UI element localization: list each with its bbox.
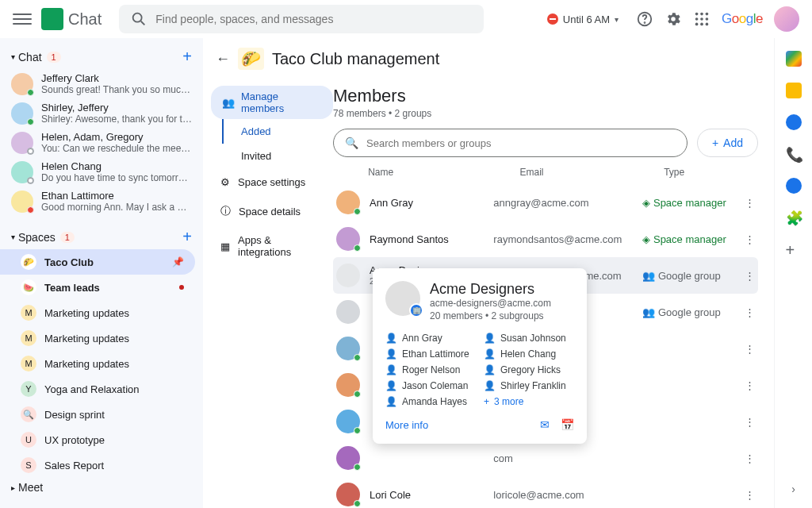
dm-item[interactable]: Ethan LattimoreGood morning Ann. May I a…: [0, 187, 203, 216]
spaces-section-header[interactable]: ▾ Spaces 1 +: [0, 225, 203, 249]
space-details-link[interactable]: ⓘSpace details: [211, 196, 333, 226]
member-avatar: [336, 446, 360, 470]
row-menu-icon[interactable]: ⋮: [745, 306, 755, 318]
spaces-section-label: Spaces: [18, 231, 56, 244]
space-icon: M: [21, 305, 36, 321]
space-item[interactable]: U UX prototype: [0, 427, 195, 452]
chevron-down-icon: ▾: [11, 52, 15, 61]
settings-icon[interactable]: [665, 10, 682, 28]
space-item[interactable]: 🍉 Team leads: [0, 275, 195, 300]
grid-icon: ▦: [220, 241, 230, 252]
space-item[interactable]: 🔍 Design sprint: [0, 402, 195, 427]
presence-indicator: [354, 208, 361, 215]
manage-members-tab[interactable]: 👥 Manage members: [211, 86, 333, 119]
presence-indicator: [27, 89, 34, 96]
member-avatar: [336, 410, 360, 433]
member-row[interactable]: Ann Gray anngray@acme.com ◈ Space manage…: [333, 184, 758, 221]
row-menu-icon[interactable]: ⋮: [745, 416, 755, 428]
chevron-down-icon: ▾: [615, 15, 619, 24]
space-name: UX prototype: [44, 434, 105, 446]
member-row[interactable]: com ⋮: [333, 440, 758, 476]
presence-indicator: [354, 391, 361, 398]
collapse-rail-icon[interactable]: ›: [791, 483, 795, 495]
back-icon[interactable]: ←: [216, 51, 230, 67]
row-menu-icon[interactable]: ⋮: [745, 197, 755, 209]
space-name: Yoga and Relaxation: [44, 383, 140, 395]
space-settings-link[interactable]: ⚙Space settings: [211, 168, 333, 196]
contacts-rail-icon[interactable]: [786, 178, 802, 194]
avatar: [11, 132, 33, 154]
dm-preview: Shirley: Awesome, thank you for the…: [41, 114, 192, 125]
svg-point-3: [645, 22, 645, 23]
account-avatar[interactable]: [774, 6, 799, 32]
new-chat-button[interactable]: +: [182, 48, 192, 66]
row-menu-icon[interactable]: ⋮: [745, 489, 755, 501]
members-search[interactable]: 🔍: [333, 129, 688, 157]
space-icon: Y: [21, 381, 36, 397]
row-menu-icon[interactable]: ⋮: [745, 452, 755, 464]
search-icon: [130, 10, 147, 28]
dm-item[interactable]: Helen, Adam, GregoryYou: Can we reschedu…: [0, 128, 203, 157]
dm-item[interactable]: Jeffery ClarkSounds great! Thank you so …: [0, 69, 203, 98]
svg-point-12: [706, 23, 709, 26]
dnd-status-pill[interactable]: Until 6 AM ▾: [547, 13, 619, 25]
meet-section-header[interactable]: ▸ Meet: [0, 478, 203, 502]
space-item[interactable]: M Marketing updates: [0, 351, 195, 376]
added-tab[interactable]: Added: [222, 119, 333, 144]
space-emoji: 🌮: [238, 48, 264, 70]
search-input[interactable]: [155, 13, 473, 25]
member-row[interactable]: Lori Cole loricole@acme.com ⋮: [333, 476, 758, 508]
email-icon[interactable]: ✉: [540, 418, 550, 431]
main-content: ← 🌮 Taco Club management 👥 Manage member…: [203, 38, 812, 508]
dm-item[interactable]: Shirley, JefferyShirley: Awesome, thank …: [0, 98, 203, 128]
invited-tab[interactable]: Invited: [222, 144, 333, 168]
menu-icon[interactable]: [13, 10, 32, 29]
help-icon[interactable]: [636, 10, 653, 28]
phone-rail-icon[interactable]: 📞: [786, 146, 802, 162]
space-name: Design sprint: [44, 409, 105, 421]
tasks-rail-icon[interactable]: [786, 114, 802, 130]
add-rail-icon[interactable]: +: [786, 241, 802, 257]
new-space-button[interactable]: +: [182, 228, 192, 246]
global-search[interactable]: [119, 5, 484, 33]
building-icon: 🏢: [409, 303, 423, 318]
members-search-input[interactable]: [366, 137, 676, 149]
row-menu-icon[interactable]: ⋮: [745, 379, 755, 391]
person-icon: 👤: [385, 333, 397, 344]
keep-rail-icon[interactable]: [786, 83, 802, 98]
extension-rail-icon[interactable]: 🧩: [786, 210, 802, 225]
svg-point-8: [700, 17, 703, 21]
dm-item[interactable]: Helen ChangDo you have time to sync tomo…: [0, 157, 203, 187]
member-name: Raymond Santos: [370, 233, 493, 245]
chat-section-header[interactable]: ▾ Chat 1 +: [0, 44, 203, 69]
row-menu-icon[interactable]: ⋮: [745, 270, 755, 282]
dm-name: Shirley, Jeffery: [41, 102, 192, 114]
calendar-icon[interactable]: 📅: [561, 418, 574, 431]
people-icon: 👥: [222, 97, 235, 109]
dm-item[interactable]: Amy AndersonThank you so much. See you t…: [0, 216, 203, 218]
person-icon: 👤: [484, 348, 496, 360]
space-name: Marketing updates: [44, 358, 129, 370]
avatar: [11, 161, 33, 183]
chevron-down-icon: ▾: [11, 233, 15, 241]
space-item[interactable]: Y Yoga and Relaxation: [0, 376, 195, 402]
add-member-button[interactable]: + Add: [697, 129, 758, 157]
group-avatar: 🏢: [385, 281, 420, 316]
space-item[interactable]: 🌮 Taco Club 📌: [0, 249, 195, 275]
calendar-rail-icon[interactable]: [786, 51, 802, 67]
member-row[interactable]: Raymond Santos raymondsantos@acme.com ◈ …: [333, 221, 758, 257]
space-icon: 🍉: [21, 279, 36, 295]
space-item[interactable]: S Sales Report: [0, 452, 195, 478]
space-item[interactable]: M Marketing updates: [0, 300, 195, 325]
space-item[interactable]: M Marketing updates: [0, 325, 195, 351]
app-logo[interactable]: Chat: [41, 8, 102, 30]
row-menu-icon[interactable]: ⋮: [745, 233, 755, 245]
more-info-link[interactable]: More info: [385, 419, 428, 431]
hovercard-more-members[interactable]: + 3 more: [484, 396, 574, 407]
apps-link[interactable]: ▦Apps & integrations: [211, 226, 333, 266]
dm-name: Jeffery Clark: [41, 72, 192, 84]
row-menu-icon[interactable]: ⋮: [745, 343, 755, 355]
apps-icon[interactable]: [693, 10, 710, 28]
dm-preview: Good morning Ann. May I ask a question?: [41, 202, 192, 213]
hovercard-member: 👤Amanda Hayes: [385, 396, 476, 407]
